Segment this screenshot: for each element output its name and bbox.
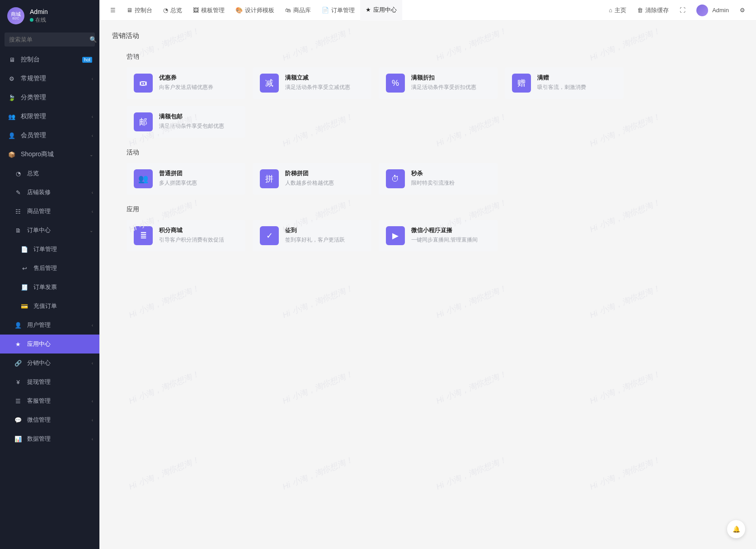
nav-item-分销中心[interactable]: 🔗分销中心‹ — [0, 354, 99, 372]
nav-label: 微信管理 — [27, 416, 51, 424]
nav-icon: ◔ — [14, 170, 23, 177]
card-title: 优惠券 — [159, 74, 213, 82]
watermark: Hi 小淘，淘你想淘！ — [281, 454, 355, 492]
chevron-icon: ‹ — [92, 209, 93, 214]
fullscreen-button[interactable]: ⛶ — [674, 0, 691, 21]
chevron-icon: ‹ — [92, 361, 93, 366]
card-icon: 拼 — [260, 169, 279, 188]
card-阶梯拼团[interactable]: 拼阶梯拼团人数越多价格越优惠 — [253, 163, 371, 195]
nav-label: 分销中心 — [27, 359, 51, 367]
section-title: 营销 — [127, 53, 743, 61]
tab-商品库[interactable]: 🛍商品库 — [280, 0, 316, 21]
tab-icon: 🛍 — [285, 7, 291, 14]
card-优惠券[interactable]: 🎟优惠券向客户发送店铺优惠券 — [127, 67, 245, 99]
expand-icon: ⛶ — [680, 7, 686, 14]
menu-toggle[interactable]: ☰ — [105, 0, 121, 21]
card-title: 满额立减 — [285, 74, 350, 82]
search-icon: 🔍 — [89, 36, 97, 43]
tab-模板管理[interactable]: 🖼模板管理 — [188, 0, 230, 21]
nav-icon: ⚙ — [7, 75, 16, 82]
nav-label: Shopro商城 — [21, 150, 54, 158]
nav-label: 应用中心 — [27, 340, 51, 348]
nav-label: 充值订单 — [33, 302, 57, 310]
tab-订单管理[interactable]: 📄订单管理 — [316, 0, 360, 21]
card-普通拼团[interactable]: 👥普通拼团多人拼团享优惠 — [127, 163, 245, 195]
nav-item-售后管理[interactable]: ↩售后管理 — [0, 259, 99, 278]
nav-item-店铺装修[interactable]: ✎店铺装修‹ — [0, 183, 99, 202]
nav-item-控制台[interactable]: 🖥控制台hot — [0, 50, 99, 69]
tab-icon: 📄 — [322, 7, 329, 14]
nav-item-常规管理[interactable]: ⚙常规管理‹ — [0, 69, 99, 88]
chevron-icon: ‹ — [92, 323, 93, 328]
card-满额折扣[interactable]: %满额折扣满足活动条件享受折扣优惠 — [379, 67, 498, 99]
watermark: Hi 小淘，淘你想淘！ — [281, 283, 355, 321]
watermark: Hi 小淘，淘你想淘！ — [281, 368, 355, 406]
nav-item-客服管理[interactable]: ☰客服管理‹ — [0, 391, 99, 410]
nav-item-用户管理[interactable]: 👤用户管理‹ — [0, 316, 99, 335]
chevron-icon: ‹ — [92, 437, 93, 442]
section-活动: 活动👥普通拼团多人拼团享优惠拼阶梯拼团人数越多价格越优惠⏱秒杀限时特卖引流涨粉 — [112, 149, 743, 195]
avatar[interactable]: 商城 B2C — [7, 7, 24, 24]
card-title: 满额包邮 — [159, 112, 224, 121]
nav-item-总览[interactable]: ◔总览 — [0, 164, 99, 183]
tab-设计师模板[interactable]: 🎨设计师模板 — [230, 0, 280, 21]
notification-fab[interactable]: 🔔 — [727, 520, 745, 538]
nav-item-订单管理[interactable]: 📄订单管理 — [0, 240, 99, 259]
tab-总览[interactable]: ◔总览 — [158, 0, 188, 21]
card-title: 满额折扣 — [411, 74, 476, 82]
card-desc: 满足活动条件享受立减优惠 — [285, 84, 350, 91]
card-积分商城[interactable]: ≣积分商城引导客户积分消费有效促活 — [127, 220, 245, 251]
card-微信小程序直播[interactable]: ▶微信小程序直播一键同步直播间,管理直播间 — [379, 220, 498, 251]
tab-控制台[interactable]: 🖥控制台 — [121, 0, 158, 21]
card-title: 阶梯拼团 — [285, 169, 334, 177]
hot-badge: hot — [82, 57, 92, 63]
nav-item-应用中心[interactable]: ★应用中心 — [0, 335, 99, 354]
nav-icon: 💳 — [20, 303, 29, 310]
nav-item-提现管理[interactable]: ¥提现管理 — [0, 372, 99, 391]
home-icon: ⌂ — [609, 7, 612, 14]
nav-icon: 🗎 — [14, 227, 23, 234]
nav-label: 订单中心 — [27, 226, 51, 234]
home-button[interactable]: ⌂主页 — [603, 0, 632, 21]
card-满额包邮[interactable]: 邮满额包邮满足活动条件享受包邮优惠 — [127, 106, 245, 138]
profile-status: 在线 — [30, 16, 48, 24]
nav-icon: 📊 — [14, 436, 23, 442]
tab-应用中心[interactable]: ★应用中心 — [360, 0, 402, 21]
card-icon: % — [386, 74, 405, 93]
card-grid: ≣积分商城引导客户积分消费有效促活✓签到签到享好礼，客户更活跃▶微信小程序直播一… — [127, 220, 624, 251]
search-button[interactable]: 🔍 — [89, 33, 97, 47]
card-秒杀[interactable]: ⏱秒杀限时特卖引流涨粉 — [379, 163, 498, 195]
nav-item-微信管理[interactable]: 💬微信管理‹ — [0, 410, 99, 429]
nav-label: 客服管理 — [27, 397, 51, 405]
bell-icon: 🔔 — [733, 526, 740, 533]
status-text: 在线 — [35, 16, 46, 24]
watermark: Hi 小淘，淘你想淘！ — [588, 368, 662, 406]
nav-item-商品管理[interactable]: ☷商品管理‹ — [0, 202, 99, 221]
card-满额立减[interactable]: 减满额立减满足活动条件享受立减优惠 — [253, 67, 371, 99]
avatar-sub: B2C — [12, 17, 19, 21]
nav-item-数据管理[interactable]: 📊数据管理‹ — [0, 429, 99, 448]
tab-icon: ★ — [366, 6, 371, 13]
nav-item-充值订单[interactable]: 💳充值订单 — [0, 297, 99, 316]
nav-icon: 🖥 — [7, 56, 16, 63]
user-menu[interactable]: Admin — [691, 0, 734, 21]
nav-icon: ↩ — [20, 265, 29, 272]
nav-item-权限管理[interactable]: 👥权限管理‹ — [0, 107, 99, 126]
search-input[interactable] — [5, 33, 89, 47]
settings-button[interactable]: ⚙ — [734, 0, 751, 21]
nav-label: 常规管理 — [21, 74, 46, 83]
card-满赠[interactable]: 赠满赠吸引客流，刺激消费 — [505, 67, 624, 99]
nav-icon: 👤 — [7, 132, 16, 139]
nav-item-Shopro商城[interactable]: 📦Shopro商城⌄ — [0, 145, 99, 164]
nav-label: 商品管理 — [27, 207, 51, 215]
profile-name: Admin — [30, 8, 48, 15]
nav-item-订单中心[interactable]: 🗎订单中心⌄ — [0, 221, 99, 240]
nav-item-订单发票[interactable]: 🧾订单发票 — [0, 278, 99, 297]
chevron-icon: ⌄ — [89, 152, 93, 157]
card-title: 秒杀 — [411, 169, 455, 177]
card-desc: 人数越多价格越优惠 — [285, 179, 334, 187]
nav-item-会员管理[interactable]: 👤会员管理‹ — [0, 126, 99, 145]
card-签到[interactable]: ✓签到签到享好礼，客户更活跃 — [253, 220, 371, 251]
nav-item-分类管理[interactable]: 🍃分类管理 — [0, 88, 99, 107]
clear-cache-button[interactable]: 🗑清除缓存 — [632, 0, 674, 21]
